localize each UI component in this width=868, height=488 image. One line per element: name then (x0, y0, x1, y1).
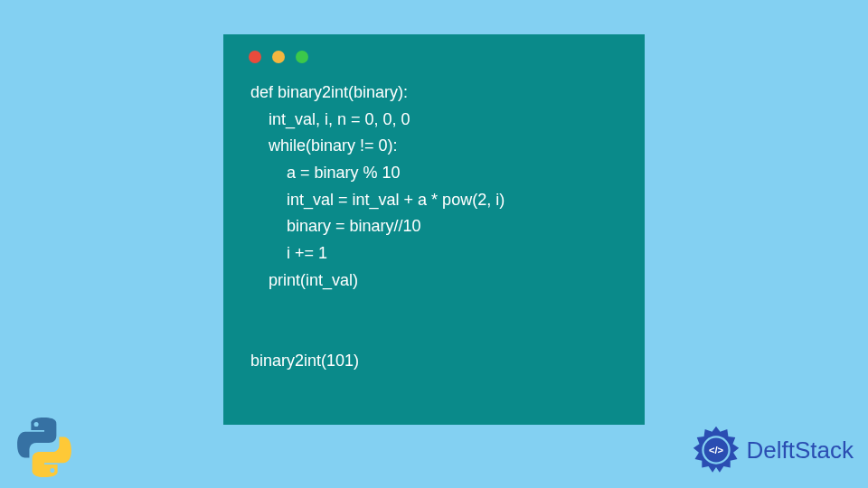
code-block: def binary2int(binary): int_val, i, n = … (223, 63, 645, 375)
close-dot-icon (249, 51, 261, 63)
python-logo-icon (13, 416, 76, 479)
branding-text: DelftStack (747, 436, 854, 465)
delftstack-branding: </> DelftStack (691, 425, 854, 475)
maximize-dot-icon (296, 51, 308, 63)
delft-gear-icon: </> (691, 425, 741, 475)
code-window: def binary2int(binary): int_val, i, n = … (223, 34, 645, 425)
window-dots (223, 34, 645, 63)
svg-text:</>: </> (708, 445, 723, 455)
minimize-dot-icon (272, 51, 285, 63)
